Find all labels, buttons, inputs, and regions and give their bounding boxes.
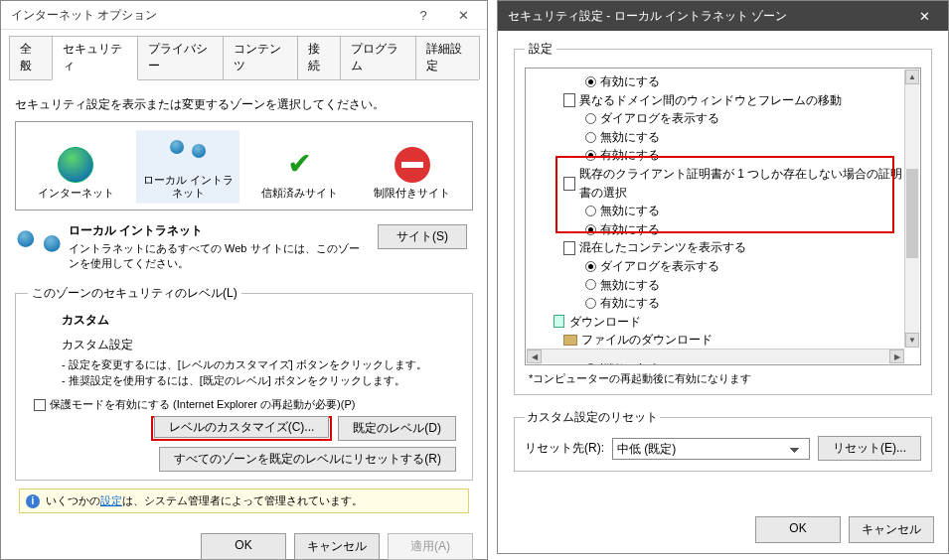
page-icon bbox=[563, 241, 575, 255]
zone-list: インターネット ローカル イントラネット ✔ 信頼済みサイト 制限付きサイト bbox=[15, 121, 473, 210]
zone-detail-title: ローカル イントラネット bbox=[69, 222, 370, 239]
radio-icon[interactable] bbox=[585, 76, 596, 87]
close-button[interactable]: ✕ bbox=[904, 2, 944, 30]
dialog-title: セキュリティ設定 - ローカル イントラネット ゾーン bbox=[508, 8, 904, 25]
dialog-footer: OK キャンセル 適用(A) bbox=[1, 525, 487, 560]
reset-legend: カスタム設定のリセット bbox=[525, 409, 660, 426]
apply-button[interactable]: 適用(A) bbox=[388, 533, 473, 560]
checkbox-icon bbox=[34, 399, 46, 411]
checkmark-icon: ✔ bbox=[282, 147, 318, 183]
internet-options-dialog: インターネット オプション ? ✕ 全般 セキュリティ プライバシー コンテンツ… bbox=[0, 0, 488, 560]
info-icon: i bbox=[26, 494, 40, 508]
settings-group: 設定 有効にする 異なるドメイン間のウィンドウとフレームの移動 ダイアログを表示… bbox=[514, 41, 932, 395]
scroll-thumb[interactable] bbox=[906, 169, 918, 258]
tab-connections[interactable]: 接続 bbox=[297, 36, 341, 79]
tab-content[interactable]: コンテンツ bbox=[223, 36, 298, 79]
scroll-left-icon[interactable]: ◀ bbox=[527, 350, 542, 363]
radio-icon[interactable] bbox=[585, 224, 596, 235]
close-button[interactable]: ✕ bbox=[443, 1, 483, 29]
reset-all-zones-button[interactable]: すべてのゾーンを既定のレベルにリセットする(R) bbox=[159, 447, 456, 472]
settings-link[interactable]: 設定 bbox=[100, 494, 122, 506]
tab-general[interactable]: 全般 bbox=[9, 36, 53, 79]
titlebar: セキュリティ設定 - ローカル イントラネット ゾーン ✕ bbox=[498, 1, 948, 31]
settings-legend: 設定 bbox=[525, 41, 556, 58]
folder-icon bbox=[563, 335, 577, 346]
settings-tree[interactable]: 有効にする 異なるドメイン間のウィンドウとフレームの移動 ダイアログを表示する … bbox=[525, 68, 921, 365]
tab-body: セキュリティ設定を表示または変更するゾーンを選択してください。 インターネット … bbox=[1, 80, 487, 525]
page-icon bbox=[563, 177, 575, 191]
radio-icon[interactable] bbox=[585, 132, 596, 143]
restricted-icon bbox=[395, 147, 430, 183]
intranet-icon bbox=[170, 134, 206, 164]
tab-security[interactable]: セキュリティ bbox=[52, 36, 138, 80]
dialog-footer: OK キャンセル bbox=[498, 508, 948, 553]
dialog-title: インターネット オプション bbox=[11, 7, 403, 24]
globe-icon bbox=[58, 147, 93, 183]
level-legend: このゾーンのセキュリティのレベル(L) bbox=[28, 285, 241, 302]
reset-group: カスタム設定のリセット リセット先(R): 中低 (既定) リセット(E)... bbox=[514, 409, 932, 472]
cancel-button[interactable]: キャンセル bbox=[849, 516, 934, 543]
page-icon bbox=[563, 93, 575, 107]
tabstrip: 全般 セキュリティ プライバシー コンテンツ 接続 プログラム 詳細設定 bbox=[1, 30, 487, 79]
zone-trusted[interactable]: ✔ 信頼済みサイト bbox=[248, 143, 352, 204]
ok-button[interactable]: OK bbox=[201, 533, 286, 560]
scroll-up-icon[interactable]: ▲ bbox=[905, 70, 919, 84]
customize-level-button[interactable]: レベルのカスタマイズ(C)... bbox=[154, 416, 330, 438]
radio-icon[interactable] bbox=[585, 113, 596, 124]
titlebar: インターネット オプション ? ✕ bbox=[1, 1, 487, 30]
reset-button[interactable]: リセット(E)... bbox=[818, 436, 921, 461]
zone-detail: ローカル イントラネット イントラネットにあるすべての Web サイトには、この… bbox=[15, 220, 473, 273]
cancel-button[interactable]: キャンセル bbox=[294, 533, 380, 560]
security-settings-dialog: セキュリティ設定 - ローカル イントラネット ゾーン ✕ 設定 有効にする 異… bbox=[497, 0, 949, 554]
zone-prompt: セキュリティ設定を表示または変更するゾーンを選択してください。 bbox=[15, 96, 473, 113]
radio-icon[interactable] bbox=[585, 206, 596, 216]
radio-icon[interactable] bbox=[585, 150, 596, 161]
radio-icon[interactable] bbox=[585, 279, 596, 290]
scrollbar-vertical[interactable]: ▲ ▼ bbox=[904, 70, 919, 348]
zone-detail-desc: イントラネットにあるすべての Web サイトには、このゾーンを使用してください。 bbox=[69, 241, 370, 271]
scrollbar-horizontal[interactable]: ◀ ▶ bbox=[527, 349, 904, 363]
zone-restricted[interactable]: 制限付きサイト bbox=[361, 143, 464, 204]
scroll-down-icon[interactable]: ▼ bbox=[905, 333, 919, 348]
restart-footnote: *コンピューターの再起動後に有効になります bbox=[529, 371, 921, 386]
custom-subtitle: カスタム設定 bbox=[62, 337, 460, 353]
download-icon bbox=[552, 315, 565, 329]
radio-icon[interactable] bbox=[585, 298, 596, 309]
tab-advanced[interactable]: 詳細設定 bbox=[415, 36, 480, 79]
ok-button[interactable]: OK bbox=[755, 516, 841, 543]
custom-line-2: - 推奨設定を使用するには、[既定のレベル] ボタンをクリックします。 bbox=[62, 373, 460, 389]
reset-to-label: リセット先(R): bbox=[525, 440, 604, 457]
custom-title: カスタム bbox=[62, 312, 460, 329]
default-level-button[interactable]: 既定のレベル(D) bbox=[338, 416, 456, 441]
sites-button[interactable]: サイト(S) bbox=[378, 224, 467, 249]
tab-programs[interactable]: プログラム bbox=[340, 36, 415, 79]
intranet-icon bbox=[17, 223, 60, 259]
radio-icon[interactable] bbox=[585, 261, 596, 272]
help-button[interactable]: ? bbox=[403, 1, 443, 29]
protected-mode-checkbox[interactable]: 保護モードを有効にする (Internet Explorer の再起動が必要)(… bbox=[34, 397, 460, 412]
tab-privacy[interactable]: プライバシー bbox=[137, 36, 224, 79]
custom-line-1: - 設定を変更するには、[レベルのカスタマイズ] ボタンをクリックします。 bbox=[62, 357, 460, 373]
zone-intranet[interactable]: ローカル イントラネット bbox=[136, 130, 239, 204]
admin-info-bar: i いくつかの設定は、システム管理者によって管理されています。 bbox=[19, 489, 469, 513]
security-level-group: このゾーンのセキュリティのレベル(L) カスタム カスタム設定 - 設定を変更す… bbox=[15, 285, 473, 481]
reset-to-select[interactable]: 中低 (既定) bbox=[612, 438, 810, 460]
zone-internet[interactable]: インターネット bbox=[24, 143, 127, 204]
scroll-right-icon[interactable]: ▶ bbox=[889, 350, 904, 363]
